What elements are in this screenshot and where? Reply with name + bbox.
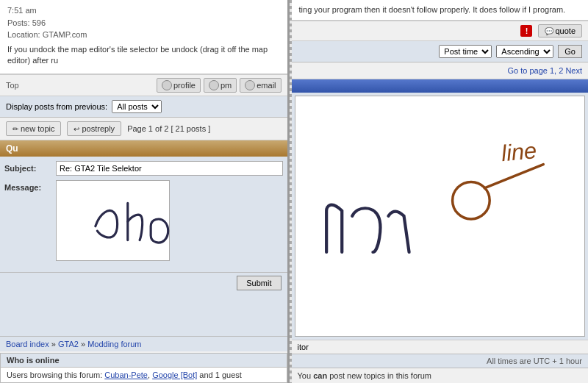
- breadcrumb-sep1: »: [51, 340, 58, 348]
- who-online-body: Users browsing this forum: Cuban-Pete, G…: [1, 368, 287, 382]
- user2-link[interactable]: Google [Bot]: [152, 371, 197, 379]
- ascending-select[interactable]: Ascending: [496, 45, 553, 58]
- email-icon: [245, 80, 255, 90]
- right-footer: All times are UTC + 1 hour: [292, 354, 588, 368]
- who-online-section: Who is online Users browsing this forum:…: [0, 353, 287, 383]
- message-field-wrapper: [56, 180, 283, 263]
- post-reply-button[interactable]: ↩ postreply: [67, 121, 121, 136]
- warn-icon[interactable]: !: [520, 25, 532, 37]
- profile-icon: [162, 80, 172, 90]
- right-buttons: ! 💬 quote: [520, 24, 582, 37]
- pm-label: pm: [220, 81, 232, 90]
- message-row: Message:: [4, 180, 283, 263]
- post-text-left: If you undock the map editor's tile sele…: [7, 41, 280, 70]
- quote-label: quote: [555, 26, 576, 35]
- bottom-pre: You: [298, 371, 312, 380]
- pm-btn[interactable]: pm: [204, 78, 237, 93]
- right-editor-area: line itor: [292, 79, 588, 354]
- post-text-right: ting your program then it doesn't follow…: [299, 4, 581, 15]
- profile-label: profile: [173, 81, 196, 90]
- post-content-area: 7:51 am Posts: 596 Location: GTAMP.com I…: [0, 0, 287, 74]
- submit-bar: Submit: [0, 272, 287, 293]
- quick-reply-area: Qu Subject: Message:: [0, 140, 287, 336]
- goto-page-link[interactable]: Go to page 1, 2 Next: [507, 66, 582, 75]
- who-online-header: Who is online: [1, 354, 287, 368]
- action-bar-left: Top profile pm email: [0, 74, 287, 96]
- right-post-text: ting your program then it doesn't follow…: [292, 0, 588, 21]
- sort-bar: Post time Ascending Go: [292, 41, 588, 62]
- board-footer: Board index » GTA2 » Modding forum: [0, 336, 287, 351]
- subject-row: Subject:: [4, 161, 283, 176]
- left-panel: 7:51 am Posts: 596 Location: GTAMP.com I…: [0, 0, 290, 383]
- right-panel: ting your program then it doesn't follow…: [292, 0, 588, 383]
- modding-link[interactable]: Modding forum: [87, 340, 141, 348]
- quote-button[interactable]: 💬 quote: [538, 24, 582, 37]
- editor-toolbar: itor: [292, 340, 588, 354]
- post-time: 7:51 am: [7, 6, 37, 15]
- handwriting-new-svg: line: [295, 96, 584, 336]
- bottom-post: post new topics in this forum: [329, 371, 431, 380]
- submit-button[interactable]: Submit: [237, 276, 281, 290]
- editor-content[interactable]: line: [295, 96, 585, 337]
- profile-btn[interactable]: profile: [157, 78, 201, 93]
- display-posts-select[interactable]: All posts: [112, 100, 162, 113]
- right-bottom: You can post new topics in this forum: [292, 368, 588, 383]
- new-topic-label: new topic: [21, 124, 54, 133]
- pm-icon: [209, 80, 219, 90]
- subject-label: Subject:: [4, 161, 56, 173]
- right-nav-bar: Go to page 1, 2 Next: [292, 62, 588, 79]
- location-value: GTAMP.com: [43, 30, 87, 39]
- subject-input[interactable]: [56, 161, 283, 176]
- posts-label: Posts:: [7, 18, 30, 27]
- breadcrumb-sep2: »: [81, 340, 87, 348]
- display-posts-label: Display posts from previous:: [6, 102, 107, 111]
- nav-bar-left: ✏ new topic ↩ postreply Page 1 of 2 [ 21…: [0, 118, 287, 140]
- display-posts-bar: Display posts from previous: All posts: [0, 96, 287, 118]
- go-button[interactable]: Go: [558, 45, 582, 58]
- reply-icon: ↩: [74, 125, 79, 133]
- bottom-can: can: [313, 371, 327, 380]
- post-reply-label: postreply: [82, 124, 115, 133]
- message-input[interactable]: [56, 180, 170, 261]
- top-link[interactable]: Top: [6, 81, 19, 90]
- posts-count: 596: [32, 18, 46, 27]
- email-btn[interactable]: email: [240, 78, 281, 93]
- svg-text:line: line: [500, 138, 537, 167]
- editor-toolbar-label: itor: [298, 343, 309, 351]
- right-action-bar: ! 💬 quote: [292, 21, 588, 41]
- post-time-select[interactable]: Post time: [439, 45, 492, 58]
- page-info: Page 1 of 2 [ 21 posts ]: [127, 124, 210, 133]
- guests-text: and 1 guest: [199, 371, 242, 379]
- quick-reply-header: Qu: [0, 140, 287, 157]
- quote-icon: 💬: [545, 27, 553, 35]
- message-label: Message:: [4, 180, 56, 192]
- editor-header: [292, 79, 588, 93]
- user1-link[interactable]: Cuban-Pete: [104, 371, 148, 379]
- quick-reply-form: Subject: Message:: [0, 157, 287, 272]
- email-label: email: [257, 81, 276, 90]
- post-actions: profile pm email: [157, 78, 282, 93]
- gta2-link[interactable]: GTA2: [58, 340, 79, 348]
- location-label: Location:: [7, 30, 40, 39]
- board-index-link[interactable]: Board index: [6, 340, 49, 348]
- pencil-icon: ✏: [12, 125, 18, 133]
- new-topic-button[interactable]: ✏ new topic: [6, 121, 61, 136]
- timezone-text: All times are UTC + 1 hour: [487, 357, 582, 365]
- user-info: 7:51 am Posts: 596 Location: GTAMP.com: [7, 4, 280, 41]
- browsing-text: Users browsing this forum:: [7, 371, 102, 379]
